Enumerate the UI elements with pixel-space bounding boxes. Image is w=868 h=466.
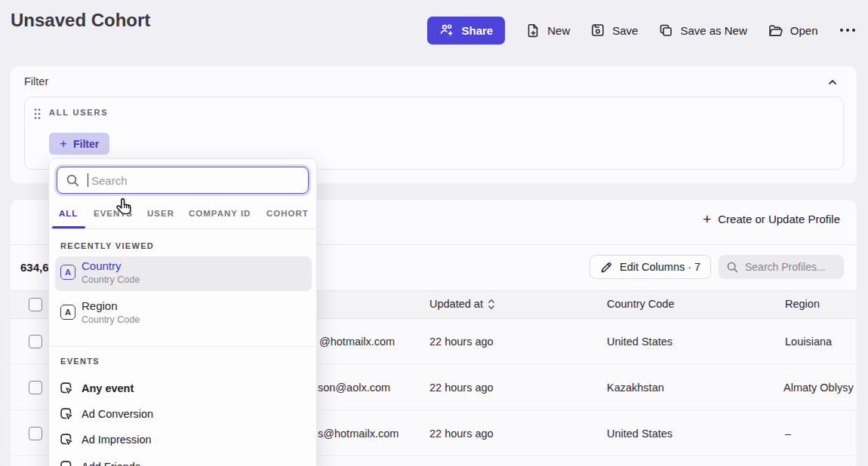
sort-icon xyxy=(488,299,495,310)
divider xyxy=(49,228,316,229)
column-header-country-code[interactable]: Country Code xyxy=(607,298,674,310)
chevron-up-icon[interactable] xyxy=(826,76,839,88)
ellipsis-icon xyxy=(840,29,844,32)
all-users-label: ALL USERS xyxy=(49,108,108,117)
share-users-icon xyxy=(439,23,455,37)
search-profiles-box xyxy=(719,255,844,279)
item-title: Ad Impression xyxy=(82,434,152,446)
event-click-icon xyxy=(60,407,74,422)
create-or-update-profile-button[interactable]: + Create or Update Profile xyxy=(703,212,840,226)
new-button-label: New xyxy=(547,24,570,37)
save-as-new-button[interactable]: Save as New xyxy=(658,23,746,38)
share-button-label: Share xyxy=(462,24,494,37)
item-title: Country xyxy=(82,259,122,272)
folder-icon xyxy=(768,23,783,38)
item-subtitle: Country Code xyxy=(82,274,140,285)
event-click-icon xyxy=(60,382,74,396)
text-caret xyxy=(88,173,88,187)
save-icon xyxy=(590,23,605,38)
new-button[interactable]: New xyxy=(525,23,570,38)
row-checkbox[interactable] xyxy=(29,381,42,394)
plus-icon: + xyxy=(60,137,67,150)
cell-email: @hotmailx.com xyxy=(319,336,395,348)
list-item-country[interactable]: A Country Country Code xyxy=(55,256,312,291)
tab-all[interactable]: ALL xyxy=(59,209,78,218)
page-title: Unsaved Cohort xyxy=(11,10,150,31)
list-item-ad-conversion[interactable]: Ad Conversion xyxy=(49,402,318,428)
list-item-add-friends[interactable]: Add Friends xyxy=(49,455,318,466)
tab-cohort[interactable]: COHORT xyxy=(266,209,309,218)
letter-a-icon: A xyxy=(60,265,75,280)
cell-updated-at: 22 hours ago xyxy=(429,336,494,348)
list-item-ad-impression[interactable]: Ad Impression xyxy=(49,428,318,453)
cell-updated-at: 22 hours ago xyxy=(429,382,494,394)
letter-a-icon: A xyxy=(60,305,75,320)
header-actions: Share New Save xyxy=(427,16,857,44)
item-title: Any event xyxy=(82,382,134,394)
tab-company-id[interactable]: COMPANY ID xyxy=(189,209,251,218)
dropdown-search-box xyxy=(57,167,309,194)
item-title: Add Friends xyxy=(82,461,140,466)
select-all-checkbox[interactable] xyxy=(29,298,42,311)
list-item-any-event[interactable]: Any event xyxy=(49,376,318,402)
add-filter-button-label: Filter xyxy=(73,138,99,150)
plus-icon: + xyxy=(703,212,711,226)
divider xyxy=(49,346,316,347)
app-screen: Unsaved Cohort Share New xyxy=(0,0,868,466)
drag-handle-icon[interactable] xyxy=(34,108,41,120)
property-picker-dropdown: ALL EVENTS USER COMPANY ID COHORT RECENT… xyxy=(48,158,317,466)
cell-email: s@hotmailx.com xyxy=(318,428,399,440)
item-title: Region xyxy=(82,299,118,312)
save-button-label: Save xyxy=(612,24,638,37)
column-header-updated-at[interactable]: Updated at xyxy=(429,298,495,310)
search-profiles-input[interactable] xyxy=(745,261,836,273)
cell-updated-at: 22 hours ago xyxy=(429,428,494,440)
item-subtitle: Country Code xyxy=(82,314,140,325)
share-button[interactable]: Share xyxy=(427,17,506,44)
hand-pointer-cursor xyxy=(115,197,134,218)
event-click-icon xyxy=(60,460,74,466)
cell-country-code: United States xyxy=(607,336,673,348)
more-options-button[interactable] xyxy=(839,26,857,35)
cell-region: Almaty Oblysy xyxy=(783,382,854,394)
dropdown-search-input[interactable] xyxy=(91,174,295,187)
pencil-icon xyxy=(600,261,613,274)
new-file-icon xyxy=(525,23,540,38)
event-click-icon xyxy=(60,433,74,447)
list-item-region[interactable]: A Region Country Code xyxy=(55,296,312,331)
add-filter-button[interactable]: + Filter xyxy=(49,133,109,155)
cell-country-code: United States xyxy=(607,428,673,440)
filter-panel-title: Filter xyxy=(24,75,48,87)
column-header-region[interactable]: Region xyxy=(785,298,820,310)
edit-columns-button[interactable]: Edit Columns · 7 xyxy=(589,255,711,279)
copy-icon xyxy=(658,23,673,38)
search-icon xyxy=(726,261,739,274)
item-title: Ad Conversion xyxy=(82,408,153,420)
search-icon xyxy=(66,173,80,188)
edit-columns-label: Edit Columns · 7 xyxy=(620,261,700,273)
cell-region: Louisiana xyxy=(785,336,832,348)
save-as-new-button-label: Save as New xyxy=(680,24,746,37)
tab-user[interactable]: USER xyxy=(147,209,174,218)
open-button[interactable]: Open xyxy=(768,23,818,38)
cell-email: son@aolx.com xyxy=(318,382,390,394)
row-checkbox[interactable] xyxy=(29,427,42,440)
recently-viewed-heading: RECENTLY VIEWED xyxy=(60,241,154,250)
save-button[interactable]: Save xyxy=(590,23,638,38)
create-profile-label: Create or Update Profile xyxy=(718,213,840,225)
open-button-label: Open xyxy=(790,24,818,37)
cell-region: – xyxy=(785,428,791,440)
row-checkbox[interactable] xyxy=(29,335,42,348)
cell-country-code: Kazakhstan xyxy=(607,382,664,394)
events-heading: EVENTS xyxy=(60,357,100,366)
